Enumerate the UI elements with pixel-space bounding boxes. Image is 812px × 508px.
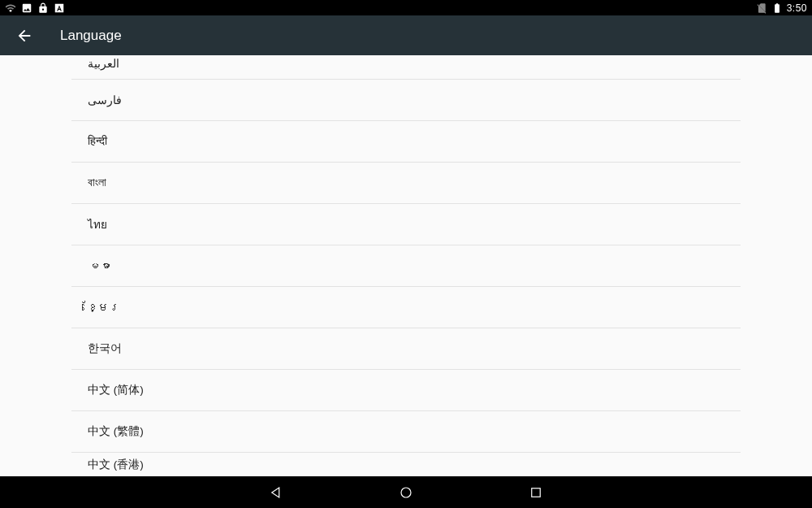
language-item[interactable]: ไทย (71, 204, 741, 245)
wifi-icon (5, 2, 16, 14)
language-item[interactable]: فارسی (71, 80, 741, 121)
status-time: 3:50 (787, 2, 807, 14)
content-area[interactable]: العربية فارسی हिन्दी বাংলা ไทย မမာ ខ្មែរ… (0, 55, 812, 476)
font-icon (54, 2, 65, 14)
language-item[interactable]: हिन्दी (71, 121, 741, 163)
language-label: हिन्दी (88, 135, 107, 148)
language-item[interactable]: বাংলা (71, 163, 741, 204)
back-button[interactable] (8, 20, 41, 52)
page-title: Language (60, 28, 122, 44)
battery-icon (771, 2, 783, 14)
language-label: 中文 (简体) (88, 383, 144, 397)
nav-recent-button[interactable] (520, 476, 552, 508)
language-label: 中文 (香港) (88, 458, 144, 472)
navigation-bar (0, 476, 812, 508)
language-item[interactable]: 中文 (简体) (71, 370, 741, 411)
language-item[interactable]: 中文 (繁體) (71, 411, 741, 453)
language-label: فارسی (88, 93, 122, 106)
nav-back-button[interactable] (260, 476, 292, 508)
language-list: العربية فارسی हिन्दी বাংলা ไทย မမာ ខ្មែរ… (71, 55, 741, 472)
image-icon (21, 2, 32, 14)
status-right-icons: 3:50 (756, 2, 807, 14)
triangle-back-icon (269, 485, 283, 500)
language-label: 中文 (繁體) (88, 424, 144, 439)
language-label: 한국어 (88, 341, 122, 356)
language-label: ไทย (88, 215, 107, 233)
status-bar: 3:50 (0, 0, 812, 15)
no-sim-icon (756, 2, 767, 14)
language-label: မမာ (88, 260, 110, 272)
circle-home-icon (399, 485, 413, 500)
svg-rect-0 (55, 3, 64, 12)
language-item[interactable]: ខ្មែរ (71, 287, 741, 328)
app-bar: Language (0, 15, 812, 55)
language-item[interactable]: العربية (71, 55, 741, 80)
nav-home-button[interactable] (390, 476, 422, 508)
svg-rect-2 (532, 488, 541, 497)
arrow-back-icon (15, 27, 33, 45)
language-item[interactable]: 中文 (香港) (71, 453, 741, 472)
language-label: বাংলা (88, 176, 106, 189)
square-recent-icon (529, 485, 543, 500)
lock-icon (37, 2, 49, 14)
status-left-icons (5, 2, 65, 14)
language-label: ខ្មែរ (88, 302, 120, 314)
language-item[interactable]: 한국어 (71, 328, 741, 370)
svg-point-1 (401, 488, 411, 497)
language-label: العربية (88, 57, 119, 70)
language-item[interactable]: မမာ (71, 245, 741, 287)
